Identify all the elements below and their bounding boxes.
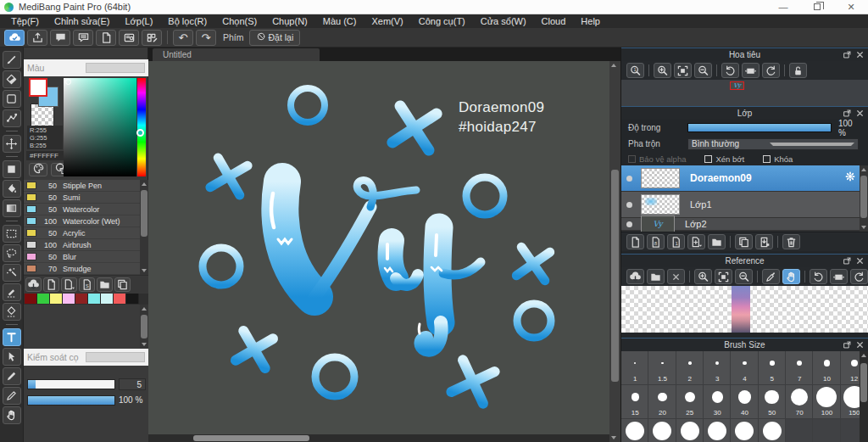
brush-size-cell[interactable]: 3	[704, 351, 731, 385]
hue-slider-dot[interactable]	[136, 129, 144, 137]
layer-row[interactable]: Doraemon09	[621, 165, 868, 192]
close-icon[interactable]	[855, 109, 868, 118]
zoom-out-icon[interactable]	[694, 63, 712, 78]
brush-size-cell[interactable]: 100	[813, 385, 840, 419]
brush-size-scrollbar[interactable]	[860, 351, 868, 442]
redo-button[interactable]: ↷	[196, 30, 216, 46]
palette-color[interactable]	[126, 294, 139, 304]
palette-color[interactable]	[50, 294, 63, 304]
page-plus-icon[interactable]	[687, 234, 705, 249]
zoom-fit-icon[interactable]	[715, 269, 732, 284]
blend-mode-select[interactable]: Bình thường	[687, 138, 859, 150]
menu-item[interactable]: Tệp(F)	[3, 14, 47, 28]
brush-size-cell[interactable]: 4	[731, 351, 758, 385]
brush-list-item[interactable]: 50 Acrylic	[24, 227, 148, 239]
sv-picker-dot[interactable]	[65, 79, 71, 85]
scroll-down-icon[interactable]	[611, 436, 616, 439]
menu-item[interactable]: Cửa sổ(W)	[473, 14, 534, 28]
menu-item[interactable]: Xem(V)	[364, 14, 410, 28]
brush-size-cell[interactable]: 1	[621, 351, 648, 385]
hand-icon[interactable]	[3, 406, 21, 424]
menu-item[interactable]: Help	[573, 14, 608, 28]
canvas-horizontal-scrollbar[interactable]	[148, 434, 609, 442]
brush-size-cell[interactable]	[731, 419, 758, 442]
brush-size-cell[interactable]	[676, 419, 704, 442]
palette-button[interactable]	[29, 163, 47, 176]
brush-size-cell[interactable]: 5	[759, 351, 786, 385]
lock-icon[interactable]	[789, 63, 807, 78]
brush-size-cell[interactable]	[759, 419, 786, 442]
brush-size-cell[interactable]	[648, 419, 676, 442]
grid-pencil-icon[interactable]	[142, 30, 162, 46]
menu-item[interactable]: Chụp(N)	[264, 14, 315, 28]
lasso-icon[interactable]	[3, 244, 21, 262]
brush-size-cell[interactable]: 20	[648, 385, 676, 419]
brush-list-item[interactable]: 50 Sumi	[24, 192, 148, 204]
brush-list-item[interactable]: 70 Smudge	[24, 263, 148, 275]
page-8-icon[interactable]: 8	[647, 234, 665, 249]
pen-icon[interactable]	[3, 367, 21, 385]
page-new-icon[interactable]	[626, 234, 644, 249]
brush-size-cell[interactable]	[621, 419, 648, 442]
menu-item[interactable]: Màu (C)	[315, 14, 364, 28]
brush-size-cell[interactable]: 25	[676, 385, 704, 419]
scroll-up-icon[interactable]	[142, 182, 147, 186]
brush-size-cell[interactable]: 40	[731, 385, 758, 419]
magic-wand-icon[interactable]	[3, 264, 21, 282]
scroll-down-icon[interactable]	[861, 226, 866, 229]
checkbox-icon[interactable]	[763, 155, 771, 163]
brush-size-cell[interactable]: 1.5	[648, 351, 676, 385]
foreground-color-swatch[interactable]	[29, 78, 47, 97]
brush-list-scrollbar[interactable]	[140, 180, 148, 275]
minimize-button[interactable]: —	[766, 0, 800, 14]
marquee-select-icon[interactable]	[3, 225, 21, 243]
panel-menu-button[interactable]	[86, 352, 146, 362]
rotate-left-icon[interactable]	[721, 63, 739, 78]
page-1-icon[interactable]: 1	[667, 234, 685, 249]
brush-list-item[interactable]: 50 Stipple Pen	[24, 180, 148, 192]
eyedropper-icon[interactable]	[762, 269, 780, 284]
copy-icon[interactable]	[735, 234, 753, 249]
layer-list-scrollbar[interactable]	[860, 165, 868, 232]
close-button[interactable]: ✕	[834, 0, 868, 14]
chat-lines-icon[interactable]	[73, 30, 93, 46]
brush-icon[interactable]	[3, 51, 21, 69]
palette-color[interactable]	[114, 294, 126, 304]
zoom-in-icon[interactable]	[694, 269, 712, 284]
merge-icon[interactable]	[755, 234, 773, 249]
text-icon[interactable]	[3, 328, 21, 346]
folder-icon[interactable]	[97, 277, 113, 292]
undo-button[interactable]: ↶	[173, 30, 193, 46]
palette-color[interactable]	[101, 294, 114, 304]
scroll-up-icon[interactable]	[861, 168, 866, 171]
close-icon[interactable]	[855, 256, 868, 266]
polyline-icon[interactable]	[3, 109, 21, 127]
shape-icon[interactable]	[3, 90, 21, 108]
gradient-icon[interactable]	[3, 199, 21, 217]
reset-button[interactable]: Đặt lại	[249, 30, 301, 46]
layer-opacity-slider[interactable]	[687, 123, 832, 132]
palette-color[interactable]	[63, 294, 75, 304]
layer-checkbox[interactable]: Bảo vệ alpha	[628, 154, 686, 164]
cloud-sync-icon[interactable]	[4, 30, 25, 46]
page-arrow-icon[interactable]	[61, 277, 77, 292]
upload-icon[interactable]	[27, 30, 47, 46]
layer-checkbox[interactable]: Khóa	[763, 154, 793, 164]
rotate-right-icon[interactable]	[762, 63, 780, 78]
palette-color[interactable]	[25, 294, 37, 304]
reference-viewport[interactable]	[621, 286, 868, 333]
palette-color[interactable]	[75, 294, 88, 304]
checkbox-icon[interactable]	[628, 155, 636, 163]
brush-list-item[interactable]: 50 Watercolor	[24, 204, 148, 215]
brush-size-cell[interactable]: 7	[786, 351, 813, 385]
chat-icon[interactable]	[50, 30, 70, 46]
zoom-fit-icon[interactable]	[674, 63, 692, 78]
folder-icon[interactable]	[708, 234, 726, 249]
brush-size-cell[interactable]: 2	[676, 351, 704, 385]
brush-size-value[interactable]: 5	[119, 378, 146, 390]
copy-icon[interactable]	[114, 277, 131, 292]
rotate-reset-icon[interactable]	[742, 63, 760, 78]
brush-opacity-slider[interactable]	[27, 395, 115, 406]
zoom-in-icon[interactable]	[654, 63, 671, 78]
brush-size-cell[interactable]: 10	[813, 351, 840, 385]
